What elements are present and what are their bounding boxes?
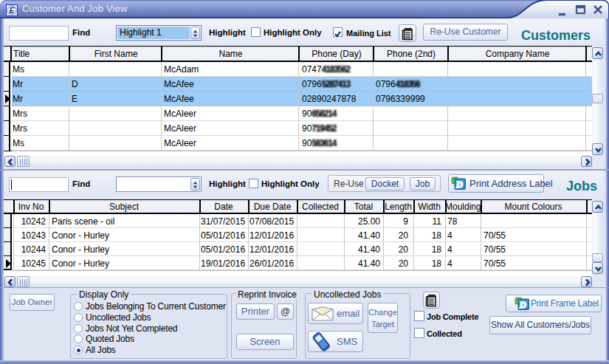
svg-text:E: E xyxy=(10,6,16,15)
svg-text:D: D xyxy=(519,300,526,310)
svg-text:D: D xyxy=(455,179,463,190)
